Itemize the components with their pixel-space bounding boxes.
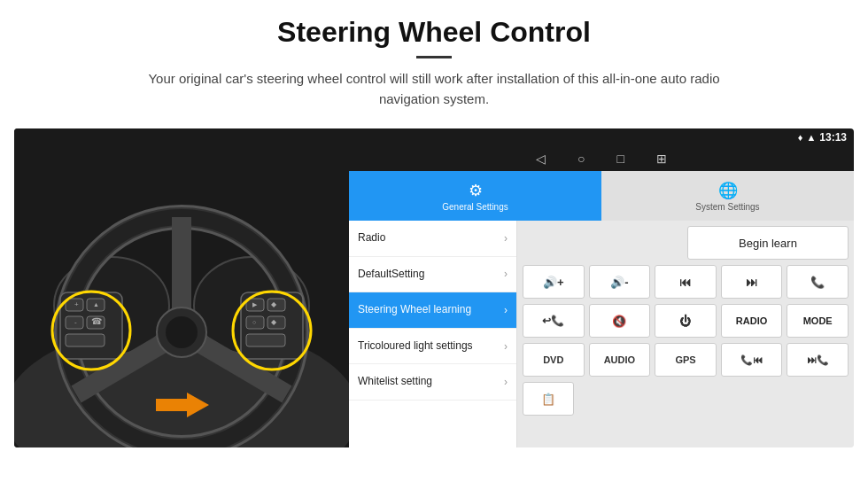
volume-down-button[interactable]: 🔊- [589,265,651,299]
mute-icon: 🔇 [612,315,626,328]
prev-track-button[interactable]: ⏮ [655,265,717,299]
menu-item-default-label: DefaultSetting [358,268,424,282]
mute-button[interactable]: 🔇 [589,304,651,338]
call-button[interactable]: 📞 [787,265,849,299]
status-time: 13:13 [819,131,847,144]
grid-nav-icon[interactable]: ⊞ [656,152,667,166]
control-row-3: DVD AUDIO GPS 📞⏮ ⏭📞 [523,343,849,377]
chevron-steering-icon: › [504,304,508,316]
chevron-tricoloured-icon: › [504,340,508,353]
menu-item-whitelist-label: Whitelist setting [358,375,432,389]
general-settings-label: General Settings [442,202,508,212]
svg-text:-: - [74,318,77,326]
steering-wheel-image: 60 3000 + ▲ - [14,128,349,447]
volume-up-icon: 🔊+ [543,276,564,289]
control-panel: Begin learn 🔊+ 🔊- ⏮ ⏭ [517,221,854,447]
svg-rect-29 [246,334,285,346]
status-bar: ♦ ▲ 13:13 [349,128,854,146]
call-next-button[interactable]: ⏭📞 [787,343,849,377]
content-area: 60 3000 + ▲ - [14,128,854,447]
control-row-1: 🔊+ 🔊- ⏮ ⏭ 📞 [523,265,849,299]
settings-tabs: ⚙ General Settings 🌐 System Settings [349,171,854,221]
menu-item-tricoloured[interactable]: Tricoloured light settings › [349,329,516,365]
audio-label: AUDIO [604,354,635,365]
call-icon: 📞 [810,276,825,289]
next-track-button[interactable]: ⏭ [721,265,783,299]
menu-item-tricoloured-label: Tricoloured light settings [358,339,473,354]
location-icon: ♦ [798,132,803,143]
page-header: Steering Wheel Control Your original car… [0,0,868,118]
radio-label: RADIO [736,315,767,326]
call-next-icon: ⏭📞 [807,354,829,366]
system-settings-icon: 🌐 [718,181,738,200]
audio-button[interactable]: AUDIO [589,343,651,377]
begin-learn-button[interactable]: Begin learn [687,226,849,260]
tab-system-settings[interactable]: 🌐 System Settings [601,171,854,221]
svg-rect-28 [267,316,285,329]
answer-call-button[interactable]: ↩📞 [523,304,585,338]
gps-button[interactable]: GPS [655,343,717,377]
svg-text:○: ○ [252,319,256,325]
spacer [523,226,682,260]
volume-down-icon: 🔊- [610,276,628,289]
control-row-4: 📋 [523,382,849,416]
menu-item-default-setting[interactable]: DefaultSetting › [349,257,516,293]
svg-rect-26 [267,299,285,311]
dvd-button[interactable]: DVD [523,343,585,377]
call-prev-icon: 📞⏮ [740,354,763,366]
gps-label: GPS [675,354,695,365]
svg-text:◆: ◆ [271,318,277,326]
list-icon: 📋 [541,393,555,406]
control-row-2: ↩📞 🔇 ⏻ RADIO MODE [523,304,849,338]
power-button[interactable]: ⏻ [655,304,717,338]
chevron-default-icon: › [504,268,508,280]
menu-item-whitelist[interactable]: Whitelist setting › [349,364,516,401]
volume-up-button[interactable]: 🔊+ [523,265,585,299]
menu-item-radio[interactable]: Radio › [349,221,516,257]
begin-learn-row: Begin learn [523,226,849,260]
svg-rect-19 [66,334,105,346]
recent-nav-icon[interactable]: □ [617,152,624,166]
chevron-whitelist-icon: › [504,376,508,388]
svg-point-13 [166,316,198,348]
prev-track-icon: ⏮ [679,276,691,289]
page-subtitle: Your original car's steering wheel contr… [124,69,744,109]
mode-label: MODE [803,315,833,326]
wifi-icon: ▲ [806,132,816,143]
back-nav-icon[interactable]: ◁ [536,152,546,166]
menu-item-steering-label: Steering Wheel learning [358,303,471,317]
menu-item-radio-label: Radio [358,231,385,245]
tab-general-settings[interactable]: ⚙ General Settings [349,171,601,221]
mode-button[interactable]: MODE [787,304,849,338]
nav-bar: ◁ ○ □ ⊞ [349,146,854,171]
title-divider [416,56,452,58]
call-prev-button[interactable]: 📞⏮ [721,343,783,377]
general-settings-icon: ⚙ [469,181,483,200]
svg-text:◆: ◆ [271,300,277,308]
dvd-label: DVD [543,354,563,365]
svg-text:+: + [74,300,79,308]
svg-text:☎: ☎ [91,316,102,326]
page-title: Steering Wheel Control [35,16,833,49]
home-nav-icon[interactable]: ○ [577,152,585,166]
main-content: Radio › DefaultSetting › Steering Wheel … [349,221,854,447]
radio-button[interactable]: RADIO [721,304,783,338]
menu-list: Radio › DefaultSetting › Steering Wheel … [349,221,517,447]
list-icon-button[interactable]: 📋 [523,382,574,416]
answer-call-icon: ↩📞 [542,315,564,327]
svg-text:▲: ▲ [93,301,99,307]
status-bar-icons: ♦ ▲ [798,132,817,143]
chevron-radio-icon: › [504,232,508,245]
system-settings-label: System Settings [695,202,759,212]
menu-item-steering-wheel[interactable]: Steering Wheel learning › [349,292,516,329]
android-ui: ♦ ▲ 13:13 ◁ ○ □ ⊞ ⚙ General Settings 🌐 S… [349,128,854,447]
next-track-icon: ⏭ [746,276,757,289]
power-icon: ⏻ [679,315,691,328]
